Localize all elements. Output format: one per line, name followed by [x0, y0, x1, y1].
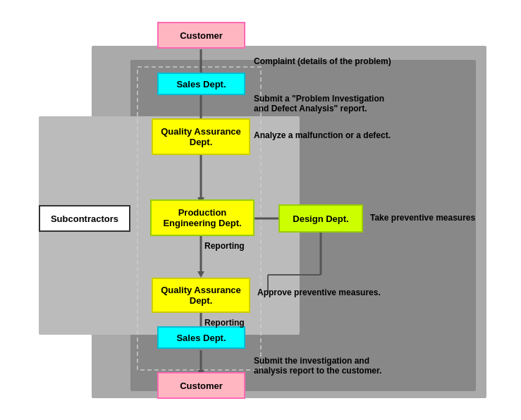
- subcontractors-box: Subcontractors: [39, 205, 130, 232]
- customer-top-label: Customer: [180, 30, 223, 41]
- analyze-text: Analyze a malfunction or a defect.: [254, 130, 391, 140]
- customer-top-box: Customer: [157, 22, 245, 49]
- approve-text: Approve preventive measures.: [257, 288, 381, 297]
- preventive-text: Take preventive measures: [370, 213, 475, 223]
- sales-dept-bottom-box: Sales Dept.: [157, 326, 245, 349]
- sales-dept-top-box: Sales Dept.: [157, 73, 245, 95]
- subcontractors-label: Subcontractors: [51, 214, 118, 224]
- reporting-1-text: Reporting: [204, 241, 245, 251]
- customer-bottom-label: Customer: [180, 381, 223, 391]
- sales-dept-top-label: Sales Dept.: [176, 79, 226, 89]
- design-dept-box: Design Dept.: [278, 204, 363, 233]
- qa-dept-top-box: Quality Assurance Dept.: [152, 118, 250, 155]
- diagram-container: Customer Sales Dept. Quality Assurance D…: [0, 0, 521, 420]
- qa-dept-top-label: Quality Assurance Dept.: [161, 126, 241, 147]
- production-eng-box: Production Engineering Dept.: [150, 199, 255, 236]
- complaint-text: Complaint (details of the problem): [254, 56, 391, 66]
- customer-bottom-box: Customer: [157, 372, 245, 399]
- submit-report-text: Submit a "Problem Investigation and Defe…: [254, 94, 395, 113]
- qa-dept-bottom-label: Quality Assurance Dept.: [161, 285, 241, 306]
- design-dept-label: Design Dept.: [293, 214, 348, 224]
- sales-dept-bottom-label: Sales Dept.: [176, 333, 226, 343]
- production-eng-label: Production Engineering Dept.: [163, 207, 241, 228]
- submit-analysis-text: Submit the investigation and analysis re…: [254, 356, 395, 376]
- qa-dept-bottom-box: Quality Assurance Dept.: [152, 278, 250, 313]
- reporting-2-text: Reporting: [204, 318, 245, 328]
- svg-marker-14: [197, 271, 204, 278]
